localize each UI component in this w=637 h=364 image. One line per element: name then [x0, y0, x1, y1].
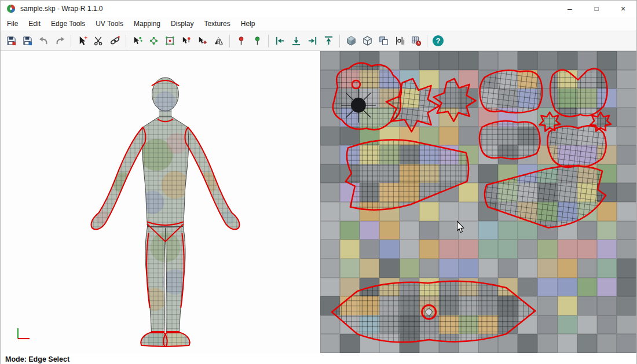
- minimize-button[interactable]: –: [557, 1, 583, 17]
- align-bottom-icon: [291, 35, 302, 46]
- mode-status: Mode: Edge Select: [5, 355, 69, 363]
- align-right-icon: [307, 35, 318, 46]
- move-vertex-button[interactable]: [129, 33, 145, 49]
- align-bottom-button[interactable]: [288, 33, 304, 49]
- app-icon: [6, 4, 16, 13]
- add-red-pin-icon: [236, 35, 247, 46]
- help-button[interactable]: ?: [433, 35, 444, 46]
- add-green-pin-button[interactable]: [249, 33, 265, 49]
- model-canvas: [1, 51, 320, 352]
- straighten-button[interactable]: [194, 33, 210, 49]
- align-left-icon: [274, 35, 285, 46]
- menu-display[interactable]: Display: [166, 17, 199, 30]
- toolbar-separator: [71, 35, 71, 47]
- add-green-pin-icon: [252, 35, 263, 46]
- menubar: File Edit Edge Tools UV Tools Mapping Di…: [1, 17, 636, 31]
- close-button[interactable]: ×: [610, 1, 636, 17]
- mirror-button[interactable]: [210, 33, 226, 49]
- chest-island[interactable]: [479, 121, 540, 159]
- mouse-cursor: [457, 221, 464, 232]
- wire-cube-button[interactable]: [359, 33, 375, 49]
- relax-vertices-button[interactable]: [145, 33, 162, 49]
- add-red-pin-button[interactable]: [233, 33, 249, 49]
- help-icon: ?: [436, 36, 441, 45]
- align-top-button[interactable]: [320, 33, 336, 49]
- titlebar: sample.skp - Wrap-R 1.1.0 – □ ×: [1, 1, 636, 17]
- pack-islands-button[interactable]: [343, 33, 359, 49]
- torso-back-island[interactable]: [550, 69, 607, 117]
- show-texture-icon: [378, 35, 389, 46]
- toolbar-separator: [126, 35, 126, 47]
- pin-tool-icon: [181, 35, 192, 46]
- axis-indicator: [18, 328, 30, 339]
- distortion-view-icon: [394, 35, 405, 46]
- menu-mapping[interactable]: Mapping: [129, 17, 166, 30]
- mirror-icon: [213, 35, 224, 46]
- relax-vertices-icon: [148, 35, 159, 46]
- maximize-button[interactable]: □: [583, 1, 610, 17]
- toolbar-separator: [229, 35, 230, 47]
- app-window: sample.skp - Wrap-R 1.1.0 – □ × File Edi…: [0, 0, 637, 364]
- leg-island-right[interactable]: [485, 166, 606, 227]
- model-body: [82, 74, 249, 351]
- toolbar-separator: [427, 35, 427, 47]
- pack-islands-icon: [346, 35, 357, 46]
- toolbar-separator: [268, 35, 269, 47]
- uv-editor[interactable]: [320, 51, 636, 353]
- menu-textures[interactable]: Textures: [199, 17, 235, 30]
- wire-cube-icon: [362, 35, 373, 46]
- leg-island-left[interactable]: [346, 139, 468, 209]
- select-arrow-icon: [77, 35, 88, 46]
- checker-map-icon: [411, 35, 422, 46]
- weld-edges-icon: [109, 35, 120, 46]
- undo-button[interactable]: [35, 33, 52, 49]
- unfold-icon: [164, 35, 175, 46]
- menu-help[interactable]: Help: [236, 17, 261, 30]
- select-button[interactable]: [74, 33, 90, 49]
- save-copy-icon: [22, 35, 33, 46]
- statusbar: Mode: Edge Select: [1, 353, 636, 364]
- redo-button[interactable]: [52, 33, 68, 49]
- viewport-3d[interactable]: [1, 51, 320, 353]
- save-button[interactable]: [3, 33, 19, 49]
- align-left-button[interactable]: [272, 33, 288, 49]
- toolbar: ?: [1, 31, 636, 51]
- pelvis-island[interactable]: [547, 126, 606, 167]
- save-copy-button[interactable]: [19, 33, 35, 49]
- window-title: sample.skp - Wrap-R 1.1.0: [20, 5, 557, 13]
- checker-map-button[interactable]: [408, 33, 424, 49]
- save-icon: [6, 35, 17, 46]
- weld-edges-button[interactable]: [107, 33, 123, 49]
- unfold-button[interactable]: [162, 33, 178, 49]
- move-vertex-icon: [132, 35, 143, 46]
- main-area: [1, 51, 636, 353]
- cut-edges-icon: [93, 35, 104, 46]
- cut-edges-button[interactable]: [90, 33, 107, 49]
- toolbar-separator: [339, 35, 340, 47]
- arms-island[interactable]: [332, 281, 535, 343]
- undo-icon: [38, 35, 49, 46]
- redo-icon: [54, 35, 65, 46]
- menu-edge-tools[interactable]: Edge Tools: [46, 17, 90, 30]
- distortion-view-button[interactable]: [391, 33, 408, 49]
- show-texture-button[interactable]: [375, 33, 391, 49]
- align-top-icon: [323, 35, 334, 46]
- menu-uv-tools[interactable]: UV Tools: [90, 17, 129, 30]
- straighten-icon: [197, 35, 208, 46]
- hand-island-b[interactable]: [434, 79, 476, 122]
- align-right-button[interactable]: [304, 33, 320, 49]
- menu-edit[interactable]: Edit: [23, 17, 46, 30]
- menu-file[interactable]: File: [2, 17, 23, 30]
- uv-islands-canvas: [320, 51, 636, 352]
- pin-tool-button[interactable]: [178, 33, 194, 49]
- torso-front-island[interactable]: [479, 70, 542, 113]
